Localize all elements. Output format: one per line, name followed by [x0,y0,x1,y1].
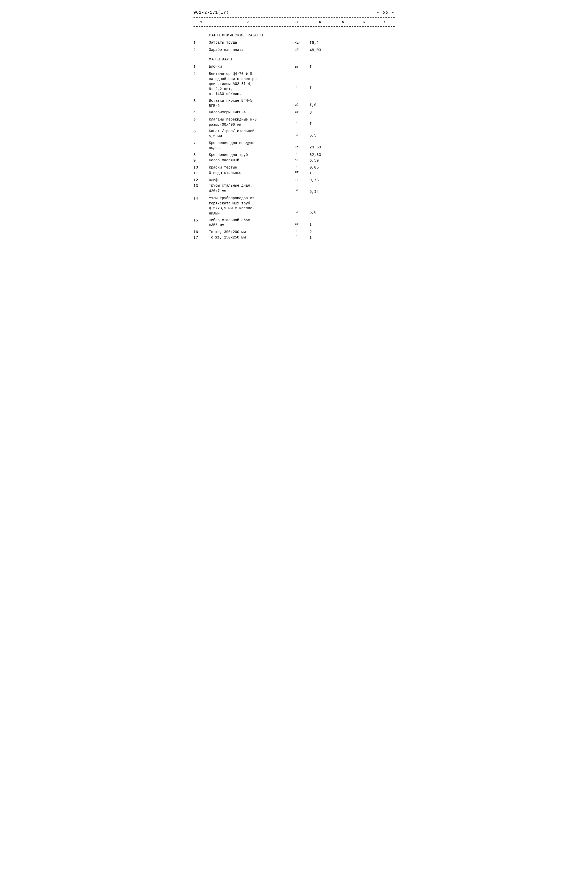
top-dashed-divider [194,17,395,18]
section-title-materials: МАТЕРИАЛЫ [209,57,395,62]
column-headers: 1 2 3 4 5 6 7 [194,19,395,27]
row-kanat: 6 Канат /трос/ стальной5,5 мм м 5,5 [194,129,395,139]
row-zatrati: I Затраты труда ч/дн I5,2 [194,40,395,46]
row-vstavki: 3 Вставки гибкие ВГН-5,ВГБ-5 м2 I,0 [194,98,395,108]
col-header-6: 6 [354,20,374,24]
col-header-2: 2 [209,20,286,24]
col-header-4: 4 [307,20,333,24]
row-zarplata: 2 Заработная плата рб 48,03 [194,48,395,53]
page-number: - 55 - [377,11,395,15]
doc-number: 902-2-171(IY) [194,11,229,15]
row-to-zhe: I6I7 То же, 300х200 ммТо же, 250х250 мм … [194,230,395,241]
col-header-3: 3 [286,20,307,24]
section-title-santech: САНТЕХНИЧЕСКИЕ РАБОТЫ [209,33,395,38]
row-krepl-trub-kolor: 89 Крепления для трубКолор масляный "кг … [194,152,395,164]
row-uzly: I4 Узлы трубопроводов изгорячекатанных т… [194,196,395,216]
row-olifa-truby: I2I3 ОлифаТрубы стальные диам.426х7 мм к… [194,177,395,195]
row-klapany: 5 Клапаны перекидные к-3разм.400х400 мм … [194,117,395,127]
header: 902-2-171(IY) - 55 - [194,11,395,15]
row-shiber: I5 Шибер стальной 356хх356 мм шт I [194,218,395,228]
row-krepl-vozd: 7 Крепления для воздухо-водов кг 29,59 [194,141,395,151]
row-kraski-otvody: I0II Краски тертыеОтводы стальные "шт 0,… [194,165,395,177]
row-blochki: I Блочки шт I [194,64,395,70]
col-header-1: 1 [194,20,209,24]
col-header-7: 7 [374,20,395,24]
row-ventilator: 2 Вентилятор Ц4-70 № 5на одной оси с эле… [194,72,395,97]
col-header-5: 5 [333,20,354,24]
row-kalorifer: 4 Калориферы КЧВП-4 шт 3 [194,110,395,116]
